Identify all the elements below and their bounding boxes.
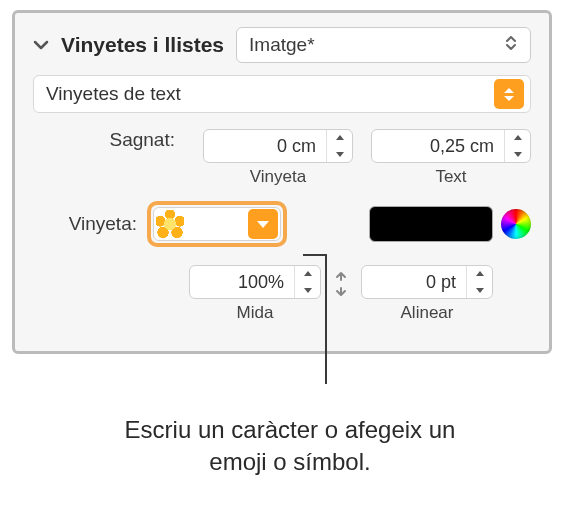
callout-text: Escriu un caràcter o afegeix un emoji o … [100, 414, 480, 479]
chevron-updown-icon [504, 34, 518, 57]
bullet-indent-stepper[interactable] [326, 129, 352, 163]
text-indent-field[interactable]: 0,25 cm [371, 129, 531, 163]
step-up-icon[interactable] [295, 265, 320, 282]
bullet-char-highlight [147, 201, 287, 247]
bullet-indent-value: 0 cm [204, 136, 326, 157]
align-value: 0 pt [362, 272, 466, 293]
section-title: Vinyetes i llistes [61, 33, 224, 57]
color-well[interactable] [369, 206, 493, 242]
align-caption: Alinear [401, 303, 454, 323]
step-up-icon[interactable] [505, 129, 530, 146]
text-bullets-dropdown-button[interactable] [494, 79, 524, 109]
disclosure-chevron-icon[interactable] [33, 37, 49, 53]
bullet-char-field[interactable] [153, 207, 281, 241]
bullets-panel: Vinyetes i llistes Imatge* Vinyetes de t… [12, 10, 552, 354]
text-bullets-select[interactable]: Vinyetes de text [33, 75, 531, 113]
step-up-icon[interactable] [467, 265, 492, 282]
size-caption: Mida [237, 303, 274, 323]
text-indent-value: 0,25 cm [372, 136, 504, 157]
bullet-indent-caption: Vinyeta [250, 167, 306, 187]
list-style-select[interactable]: Imatge* [236, 27, 531, 63]
step-down-icon[interactable] [467, 282, 492, 299]
bullet-char-dropdown-button[interactable] [248, 209, 278, 239]
align-stepper[interactable] [466, 265, 492, 299]
size-field[interactable]: 100% [189, 265, 321, 299]
size-value: 100% [190, 272, 294, 293]
text-indent-caption: Text [435, 167, 466, 187]
chevron-updown-icon [504, 88, 514, 101]
bullet-indent-field[interactable]: 0 cm [203, 129, 353, 163]
callout-connector [303, 254, 327, 256]
chevron-down-icon [257, 221, 269, 228]
text-indent-stepper[interactable] [504, 129, 530, 163]
bullet-label: Vinyeta: [33, 213, 147, 235]
text-bullets-label: Vinyetes de text [46, 83, 494, 105]
size-stepper[interactable] [294, 265, 320, 299]
step-up-icon[interactable] [327, 129, 352, 146]
step-down-icon[interactable] [327, 146, 352, 163]
list-style-value: Imatge* [249, 34, 314, 56]
flower-icon [156, 210, 184, 238]
callout-connector [325, 254, 327, 384]
align-field[interactable]: 0 pt [361, 265, 493, 299]
indent-label: Sagnat: [33, 129, 185, 151]
step-down-icon[interactable] [295, 282, 320, 299]
color-wheel-icon[interactable] [501, 209, 531, 239]
align-lock-icon[interactable] [331, 271, 351, 302]
step-down-icon[interactable] [505, 146, 530, 163]
